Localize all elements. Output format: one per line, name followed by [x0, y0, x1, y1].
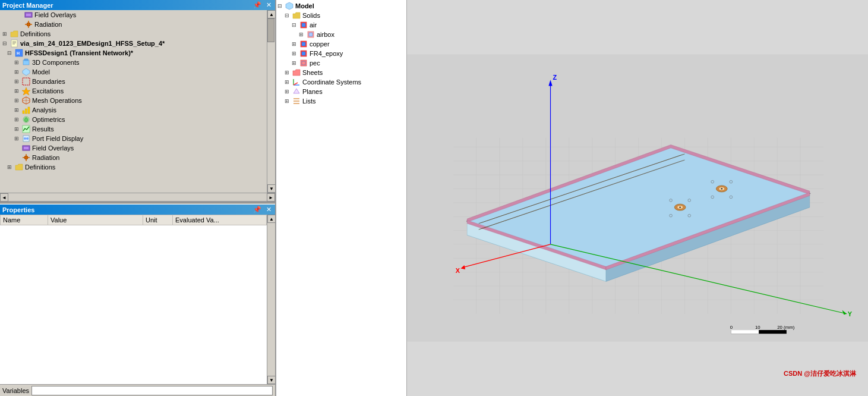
item-label: Radiation: [34, 21, 62, 28]
model-tree-sheets[interactable]: ⊞ Sheets: [277, 68, 405, 77]
tree-item-field-overlays-2[interactable]: Field Overlays: [0, 143, 267, 153]
field-overlays-icon-2: [21, 144, 31, 152]
expand-icon: ⊞: [292, 41, 299, 47]
scroll-left-btn[interactable]: ◄: [0, 193, 8, 202]
variables-input[interactable]: [31, 386, 273, 395]
tree-item-excitations[interactable]: ⊞ Excitations: [0, 86, 267, 96]
tree-item-model[interactable]: ⊞ Model: [0, 67, 267, 77]
properties-scrollbar[interactable]: ▲ ▼: [267, 215, 275, 384]
model-icon: [21, 68, 31, 76]
tree-item-definitions-bottom[interactable]: ⊞ Definitions: [0, 162, 267, 172]
properties-table-area: Name Value Unit Evaluated Va...: [0, 215, 267, 384]
radiation-icon-1: [24, 20, 33, 29]
tree-item-radiation-2[interactable]: Radiation: [0, 153, 267, 162]
props-scroll-up[interactable]: ▲: [267, 215, 275, 223]
boundaries-icon: [21, 77, 31, 86]
watermark: CSDN @洁仔爱吃冰淇淋: [784, 369, 856, 378]
expand-icon: ⊟: [277, 3, 285, 9]
tree-item-definitions-top[interactable]: ⊞ Definitions: [0, 29, 267, 39]
main-container: Project Manager 📌 ✕ Field Overlays: [0, 0, 868, 396]
svg-point-26: [24, 137, 26, 140]
titlebar-buttons: 📌 ✕: [252, 1, 273, 9]
scroll-right-btn[interactable]: ►: [267, 193, 275, 202]
expand-icon: ⊟: [2, 40, 10, 46]
svg-text:Y: Y: [848, 310, 853, 318]
item-label: Mesh Operations: [32, 97, 82, 104]
project-manager: Project Manager 📌 ✕ Field Overlays: [0, 0, 275, 202]
item-label: Optimetrics: [32, 116, 65, 123]
props-close-button[interactable]: ✕: [265, 206, 273, 213]
viewport-area: Z X Y 0 10 20 (mm) CS: [407, 0, 868, 396]
tree-item-radiation-1[interactable]: Radiation: [0, 20, 267, 29]
svg-rect-1: [26, 14, 31, 16]
model-tree-lists[interactable]: ⊞ Lists: [277, 96, 405, 106]
tree-item-optimetrics[interactable]: ⊞ Optimetrics: [0, 115, 267, 124]
expand-icon: ⊞: [299, 32, 306, 37]
horiz-scrollbar[interactable]: ◄ ►: [0, 193, 275, 201]
radiation-icon-2: [21, 153, 31, 162]
viewport-scene[interactable]: Z X Y 0 10 20 (mm): [407, 0, 868, 396]
svg-rect-16: [23, 78, 30, 85]
expand-icon: ⊟: [285, 12, 292, 18]
scroll-thumb[interactable]: [267, 18, 274, 42]
model-tree-planes[interactable]: ⊞ Planes: [277, 87, 405, 96]
tree-item-port-field-display[interactable]: ⊞ Port Field Display: [0, 134, 267, 143]
project-manager-scroll-area: Field Overlays Radiation ⊞: [0, 10, 275, 193]
expand-icon: ⊞: [14, 107, 21, 113]
planes-icon: [292, 87, 301, 96]
tree-item-analysis[interactable]: ⊞ Analysis: [0, 105, 267, 115]
svg-text:X: X: [456, 267, 460, 274]
tree-item-mesh-operations[interactable]: ⊞ Mesh Operations: [0, 96, 267, 105]
expand-icon: ⊞: [14, 69, 21, 75]
project-tree: Field Overlays Radiation ⊞: [0, 10, 267, 193]
model-tree-copper[interactable]: ⊞ copper: [277, 39, 405, 49]
air-icon: [299, 21, 308, 29]
tree-item-field-overlays-1[interactable]: Field Overlays: [0, 10, 267, 20]
model-tree-airbox[interactable]: ⊞ airbox: [277, 30, 405, 39]
model-tree-air[interactable]: ⊟ air: [277, 20, 405, 30]
tree-item-hfssdesign[interactable]: ⊟ H HFSSDesign1 (Transient Network)*: [0, 48, 267, 58]
results-icon: [21, 125, 31, 133]
model-tree-pec[interactable]: ⊞ pec: [277, 58, 405, 68]
svg-rect-43: [302, 52, 305, 55]
model-tree-fr4[interactable]: ⊞ FR4_epoxy: [277, 49, 405, 58]
item-label: Definitions: [25, 164, 55, 171]
tree-item-boundaries[interactable]: ⊞ Boundaries: [0, 77, 267, 86]
col-header-evalval: Evaluated Va...: [173, 215, 267, 225]
pin-button[interactable]: 📌: [252, 1, 263, 9]
model-tree-model[interactable]: ⊟ Model: [277, 1, 405, 11]
expand-icon: ⊞: [14, 126, 21, 132]
item-label: pec: [310, 59, 320, 67]
solids-icon: [292, 11, 301, 20]
close-button[interactable]: ✕: [265, 1, 273, 9]
svg-rect-21: [26, 109, 27, 114]
props-pin-button[interactable]: 📌: [252, 206, 263, 213]
item-label: Port Field Display: [32, 135, 83, 142]
item-label: Field Overlays: [32, 144, 74, 152]
item-label: HFSSDesign1 (Transient Network)*: [25, 49, 133, 56]
svg-point-2: [27, 23, 30, 26]
svg-rect-22: [28, 107, 30, 114]
scroll-down-btn[interactable]: ▼: [267, 184, 275, 193]
project-manager-scrollbar[interactable]: ▲ ▼: [267, 10, 275, 193]
props-scroll-down[interactable]: ▼: [267, 376, 275, 384]
project-manager-title: Project Manager: [2, 2, 53, 9]
tree-item-3d-components[interactable]: ⊞ 3D Components: [0, 58, 267, 67]
tree-item-file[interactable]: ⊟ via_sim_24_0123_EMDesign1_HFSS_Setup_4…: [0, 39, 267, 48]
model-tree-coord-systems[interactable]: ⊞ Coordinate Systems: [277, 77, 405, 87]
svg-rect-41: [302, 42, 305, 46]
props-scroll-track: [267, 223, 275, 376]
right-panel: ⊟ Model ⊟ Solids: [276, 0, 868, 396]
tree-item-results[interactable]: ⊞ Results: [0, 124, 267, 134]
analysis-icon: [21, 106, 31, 114]
portfield-icon: [21, 134, 31, 143]
item-label: airbox: [317, 31, 334, 38]
model-tree-solids[interactable]: ⊟ Solids: [277, 11, 405, 20]
item-label: Lists: [302, 98, 316, 105]
variables-label: Variables: [2, 387, 29, 394]
svg-marker-15: [23, 68, 30, 76]
scroll-up-btn[interactable]: ▲: [267, 10, 275, 18]
svg-rect-20: [23, 111, 24, 114]
item-label: Radiation: [32, 154, 59, 161]
item-label: Field Overlays: [34, 11, 76, 18]
